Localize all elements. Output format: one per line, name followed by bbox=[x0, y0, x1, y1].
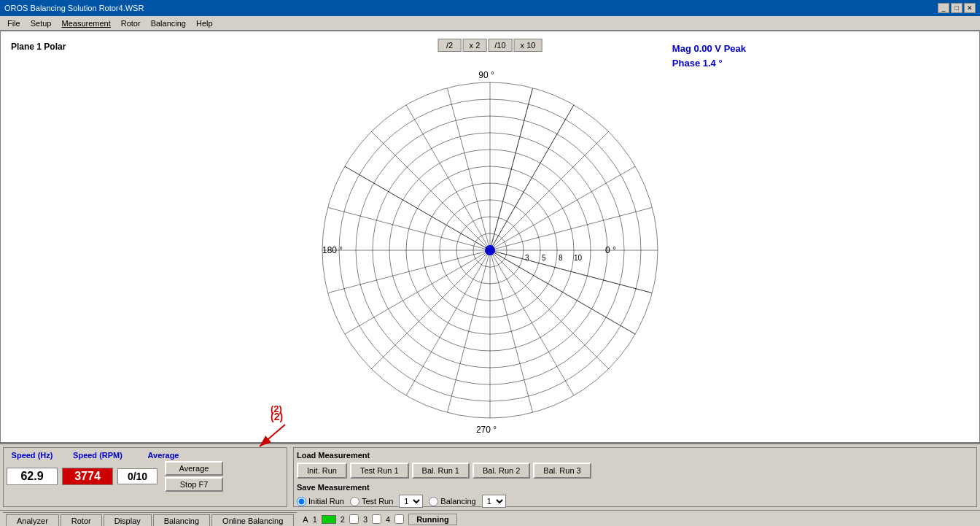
channel-indicator-green bbox=[322, 515, 336, 524]
load-title: Load Measurement bbox=[297, 451, 973, 460]
tab-display[interactable]: Display bbox=[104, 514, 152, 526]
menu-setup[interactable]: Setup bbox=[26, 18, 56, 28]
bottom-footer: Analyzer Rotor Display Balancing Online … bbox=[0, 510, 980, 526]
initial-run-radio-label[interactable]: Initial Run bbox=[297, 497, 344, 506]
rpm-label: Speed (RPM) bbox=[72, 451, 123, 460]
close-button[interactable]: ✕ bbox=[964, 3, 976, 13]
bal-run2-button[interactable]: Bal. Run 2 bbox=[472, 463, 530, 479]
bal-run1-button[interactable]: Bal. Run 1 bbox=[412, 463, 470, 479]
svg-text:90 °: 90 ° bbox=[478, 70, 494, 80]
tab-rotor[interactable]: Rotor bbox=[61, 514, 102, 526]
tab-analyzer[interactable]: Analyzer bbox=[6, 514, 59, 526]
initial-run-radio[interactable] bbox=[297, 497, 306, 506]
menu-rotor[interactable]: Rotor bbox=[117, 18, 145, 28]
svg-line-33 bbox=[490, 250, 532, 412]
svg-line-35 bbox=[490, 250, 574, 395]
annotation-arrow bbox=[249, 421, 300, 457]
save-row: Initial Run Test Run 123 Balancing 123 bbox=[297, 495, 973, 508]
svg-line-22 bbox=[490, 250, 609, 369]
status-ch2-label: 2 bbox=[341, 515, 345, 524]
maximize-button[interactable]: □ bbox=[951, 3, 962, 13]
balancing-radio[interactable] bbox=[429, 497, 438, 506]
svg-text:180 °: 180 ° bbox=[322, 245, 343, 255]
svg-line-34 bbox=[406, 250, 490, 395]
svg-line-30 bbox=[490, 250, 652, 293]
status-ch3-label: 3 bbox=[363, 515, 368, 524]
test-run-radio-label[interactable]: Test Run bbox=[350, 497, 393, 506]
menu-balancing[interactable]: Balancing bbox=[147, 18, 190, 28]
svg-text:0 °: 0 ° bbox=[605, 245, 616, 255]
svg-line-28 bbox=[490, 88, 532, 250]
tab-bar: Analyzer Rotor Display Balancing Online … bbox=[3, 512, 297, 526]
menu-measurement[interactable]: Measurement bbox=[57, 18, 114, 28]
scale-buttons: /2 x 2 /10 x 10 bbox=[438, 39, 542, 52]
hz-label: Speed (Hz) bbox=[7, 451, 58, 460]
status-ch4-label: 4 bbox=[386, 515, 390, 524]
test-run-radio[interactable] bbox=[350, 497, 359, 506]
tab-online-balancing[interactable]: Online Balancing bbox=[211, 514, 294, 526]
svg-line-31 bbox=[328, 250, 490, 293]
average-button[interactable]: Average bbox=[165, 461, 223, 476]
svg-text:10: 10 bbox=[574, 254, 583, 262]
svg-text:3: 3 bbox=[525, 254, 529, 262]
speed-panel: Speed (Hz) Speed (RPM) Average 62.9 3774… bbox=[3, 447, 287, 507]
title-bar-title: OROS Balancing Solution Rotor4.WSR bbox=[4, 4, 144, 12]
test-run-select[interactable]: 123 bbox=[399, 495, 423, 508]
app-title: OROS Balancing Solution Rotor4.WSR bbox=[4, 4, 144, 12]
bottom-top-row: Speed (Hz) Speed (RPM) Average 62.9 3774… bbox=[0, 444, 980, 510]
balancing-select[interactable]: 123 bbox=[482, 495, 506, 508]
svg-line-36 bbox=[345, 166, 490, 250]
avg-value: 0/10 bbox=[117, 468, 158, 484]
annotation-2: (2) bbox=[271, 403, 282, 414]
speed-header: Speed (Hz) Speed (RPM) Average bbox=[7, 451, 284, 460]
svg-line-23 bbox=[371, 250, 490, 369]
avg-buttons: Average Stop F7 bbox=[165, 461, 223, 492]
hz-value: 62.9 bbox=[7, 468, 58, 485]
scale-x2-button[interactable]: x 2 bbox=[463, 39, 487, 52]
bottom-panel: Speed (Hz) Speed (RPM) Average 62.9 3774… bbox=[0, 443, 980, 526]
stop-button[interactable]: Stop F7 bbox=[165, 477, 223, 492]
running-status: Running bbox=[408, 514, 457, 525]
menu-help[interactable]: Help bbox=[192, 18, 217, 28]
polar-chart: 90 ° 270 ° 0 ° 180 ° 3 5 8 10 bbox=[300, 61, 680, 441]
init-run-button[interactable]: Init. Run bbox=[297, 463, 347, 479]
save-measurement-panel: Save Measurement Initial Run Test Run 12… bbox=[297, 483, 973, 508]
status-a-label: A bbox=[303, 515, 308, 524]
main-content: Plane 1 Polar /2 x 2 /10 x 10 Mag 0.00 V… bbox=[0, 31, 980, 443]
bal-run3-button[interactable]: Bal. Run 3 bbox=[533, 463, 591, 479]
svg-line-26 bbox=[490, 250, 635, 334]
svg-line-29 bbox=[328, 208, 490, 250]
phase-value: Phase 1.4 ° bbox=[672, 56, 746, 71]
svg-line-12 bbox=[490, 208, 652, 250]
save-title: Save Measurement bbox=[297, 483, 973, 492]
tab-balancing[interactable]: Balancing bbox=[153, 514, 210, 526]
svg-text:270 °: 270 ° bbox=[476, 425, 497, 435]
mag-phase-display: Mag 0.00 V Peak Phase 1.4 ° bbox=[672, 42, 746, 70]
balancing-radio-label[interactable]: Balancing bbox=[429, 497, 475, 506]
menu-file[interactable]: File bbox=[3, 18, 25, 28]
rpm-value: 3774 bbox=[62, 468, 113, 485]
polar-svg: 90 ° 270 ° 0 ° 180 ° 3 5 8 10 bbox=[300, 61, 680, 440]
scale-div10-button[interactable]: /10 bbox=[488, 39, 512, 52]
menu-bar: File Setup Measurement Rotor Balancing H… bbox=[0, 16, 980, 31]
minimize-button[interactable]: _ bbox=[938, 3, 949, 13]
svg-line-20 bbox=[490, 131, 609, 250]
title-bar: OROS Balancing Solution Rotor4.WSR _ □ ✕ bbox=[0, 0, 980, 16]
scale-x10-button[interactable]: x 10 bbox=[514, 39, 542, 52]
title-bar-controls: _ □ ✕ bbox=[938, 3, 976, 13]
svg-line-24 bbox=[490, 105, 574, 250]
ch3-checkbox[interactable] bbox=[349, 514, 359, 524]
mag-value: Mag 0.00 V Peak bbox=[672, 42, 746, 56]
svg-line-13 bbox=[448, 88, 490, 250]
svg-text:5: 5 bbox=[542, 254, 546, 262]
plane-label: Plane 1 Polar bbox=[11, 42, 66, 52]
ch5-checkbox[interactable] bbox=[394, 514, 404, 524]
load-buttons: Init. Run Test Run 1 Bal. Run 1 Bal. Run… bbox=[297, 463, 973, 479]
svg-text:8: 8 bbox=[559, 254, 563, 262]
scale-div2-button[interactable]: /2 bbox=[438, 39, 462, 52]
status-area: A 1 2 3 4 Running bbox=[303, 514, 456, 525]
test-run1-button[interactable]: Test Run 1 bbox=[350, 463, 409, 479]
svg-point-45 bbox=[485, 245, 495, 255]
svg-line-47 bbox=[260, 425, 285, 446]
ch4-checkbox[interactable] bbox=[372, 514, 381, 524]
